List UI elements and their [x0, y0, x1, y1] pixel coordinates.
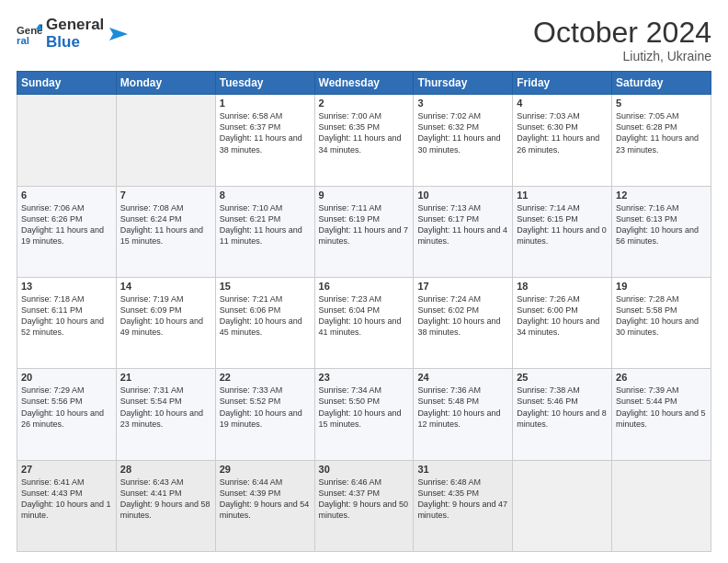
weekday-header-thursday: Thursday	[414, 72, 513, 95]
calendar-cell: 23Sunrise: 7:34 AMSunset: 5:50 PMDayligh…	[314, 369, 414, 460]
day-number: 9	[319, 190, 410, 201]
calendar-cell: 25Sunrise: 7:38 AMSunset: 5:46 PMDayligh…	[513, 369, 612, 460]
day-number: 26	[616, 372, 707, 383]
day-number: 27	[21, 464, 112, 475]
calendar-cell: 28Sunrise: 6:43 AMSunset: 4:41 PMDayligh…	[116, 460, 215, 551]
calendar-cell: 22Sunrise: 7:33 AMSunset: 5:52 PMDayligh…	[215, 369, 314, 460]
logo-icon: Gene ral	[17, 21, 42, 47]
week-row-3: 13Sunrise: 7:18 AMSunset: 6:11 PMDayligh…	[17, 277, 711, 368]
header: Gene ral General Blue October 2024 Liuti…	[17, 17, 711, 63]
calendar-cell: 1Sunrise: 6:58 AMSunset: 6:37 PMDaylight…	[215, 95, 314, 186]
page: Gene ral General Blue October 2024 Liuti…	[0, 0, 728, 563]
day-number: 25	[517, 372, 608, 383]
logo-line2: Blue	[46, 34, 104, 52]
cell-info: Sunrise: 7:39 AMSunset: 5:44 PMDaylight:…	[616, 385, 707, 430]
calendar-cell: 15Sunrise: 7:21 AMSunset: 6:06 PMDayligh…	[215, 277, 314, 368]
calendar-cell: 9Sunrise: 7:11 AMSunset: 6:19 PMDaylight…	[314, 186, 414, 277]
calendar-cell: 30Sunrise: 6:46 AMSunset: 4:37 PMDayligh…	[314, 460, 414, 551]
calendar-cell: 24Sunrise: 7:36 AMSunset: 5:48 PMDayligh…	[414, 369, 513, 460]
cell-info: Sunrise: 7:06 AMSunset: 6:26 PMDaylight:…	[21, 202, 112, 247]
calendar-cell: 5Sunrise: 7:05 AMSunset: 6:28 PMDaylight…	[612, 95, 711, 186]
cell-info: Sunrise: 7:11 AMSunset: 6:19 PMDaylight:…	[319, 202, 410, 247]
calendar-cell: 10Sunrise: 7:13 AMSunset: 6:17 PMDayligh…	[414, 186, 513, 277]
cell-info: Sunrise: 6:43 AMSunset: 4:41 PMDaylight:…	[120, 477, 211, 522]
weekday-header-tuesday: Tuesday	[215, 72, 314, 95]
day-number: 16	[319, 281, 410, 292]
cell-info: Sunrise: 7:13 AMSunset: 6:17 PMDaylight:…	[417, 202, 508, 247]
cell-info: Sunrise: 7:31 AMSunset: 5:54 PMDaylight:…	[120, 385, 211, 430]
cell-info: Sunrise: 7:00 AMSunset: 6:35 PMDaylight:…	[319, 110, 410, 155]
cell-info: Sunrise: 7:26 AMSunset: 6:00 PMDaylight:…	[517, 293, 608, 339]
cell-info: Sunrise: 7:38 AMSunset: 5:46 PMDaylight:…	[517, 385, 608, 430]
calendar-cell: 2Sunrise: 7:00 AMSunset: 6:35 PMDaylight…	[314, 95, 414, 186]
day-number: 15	[220, 281, 311, 292]
svg-marker-4	[109, 28, 128, 40]
day-number: 2	[319, 98, 410, 109]
calendar-cell: 27Sunrise: 6:41 AMSunset: 4:43 PMDayligh…	[17, 460, 117, 551]
week-row-4: 20Sunrise: 7:29 AMSunset: 5:56 PMDayligh…	[17, 369, 711, 460]
cell-info: Sunrise: 7:21 AMSunset: 6:06 PMDaylight:…	[220, 293, 311, 339]
day-number: 10	[417, 190, 508, 201]
calendar-cell: 4Sunrise: 7:03 AMSunset: 6:30 PMDaylight…	[513, 95, 612, 186]
day-number: 29	[220, 464, 311, 475]
day-number: 19	[616, 281, 707, 292]
cell-info: Sunrise: 7:14 AMSunset: 6:15 PMDaylight:…	[517, 202, 608, 247]
day-number: 14	[120, 281, 211, 292]
weekday-header-saturday: Saturday	[612, 72, 711, 95]
day-number: 6	[21, 190, 112, 201]
calendar-table: SundayMondayTuesdayWednesdayThursdayFrid…	[17, 71, 711, 552]
day-number: 22	[220, 372, 311, 383]
cell-info: Sunrise: 7:33 AMSunset: 5:52 PMDaylight:…	[220, 385, 311, 430]
month-title: October 2024	[533, 17, 711, 49]
calendar-cell: 12Sunrise: 7:16 AMSunset: 6:13 PMDayligh…	[612, 186, 711, 277]
cell-info: Sunrise: 7:36 AMSunset: 5:48 PMDaylight:…	[417, 385, 508, 430]
calendar-cell	[116, 95, 215, 186]
cell-info: Sunrise: 7:03 AMSunset: 6:30 PMDaylight:…	[517, 110, 608, 155]
day-number: 21	[120, 372, 211, 383]
day-number: 28	[120, 464, 211, 475]
logo-arrow-icon	[108, 24, 128, 44]
day-number: 4	[517, 98, 608, 109]
day-number: 23	[319, 372, 410, 383]
day-number: 24	[417, 372, 508, 383]
cell-info: Sunrise: 6:44 AMSunset: 4:39 PMDaylight:…	[220, 477, 311, 522]
day-number: 5	[616, 98, 707, 109]
day-number: 3	[417, 98, 508, 109]
weekday-header-wednesday: Wednesday	[314, 72, 414, 95]
cell-info: Sunrise: 6:41 AMSunset: 4:43 PMDaylight:…	[21, 477, 112, 522]
week-row-1: 1Sunrise: 6:58 AMSunset: 6:37 PMDaylight…	[17, 95, 711, 186]
day-number: 11	[517, 190, 608, 201]
cell-info: Sunrise: 6:48 AMSunset: 4:35 PMDaylight:…	[417, 477, 508, 522]
day-number: 30	[319, 464, 410, 475]
day-number: 13	[21, 281, 112, 292]
calendar-cell: 26Sunrise: 7:39 AMSunset: 5:44 PMDayligh…	[612, 369, 711, 460]
weekday-header-monday: Monday	[116, 72, 215, 95]
cell-info: Sunrise: 7:24 AMSunset: 6:02 PMDaylight:…	[417, 293, 508, 339]
cell-info: Sunrise: 6:58 AMSunset: 6:37 PMDaylight:…	[220, 110, 311, 155]
weekday-header-sunday: Sunday	[17, 72, 117, 95]
logo-text-block: General Blue	[46, 17, 104, 51]
day-number: 17	[417, 281, 508, 292]
week-row-5: 27Sunrise: 6:41 AMSunset: 4:43 PMDayligh…	[17, 460, 711, 551]
calendar-cell: 7Sunrise: 7:08 AMSunset: 6:24 PMDaylight…	[116, 186, 215, 277]
logo: Gene ral General Blue	[17, 17, 128, 51]
calendar-cell: 8Sunrise: 7:10 AMSunset: 6:21 PMDaylight…	[215, 186, 314, 277]
calendar-cell: 14Sunrise: 7:19 AMSunset: 6:09 PMDayligh…	[116, 277, 215, 368]
location: Liutizh, Ukraine	[533, 49, 711, 63]
cell-info: Sunrise: 7:18 AMSunset: 6:11 PMDaylight:…	[21, 293, 112, 339]
logo-line1: General	[46, 17, 104, 34]
calendar-cell: 16Sunrise: 7:23 AMSunset: 6:04 PMDayligh…	[314, 277, 414, 368]
calendar-cell: 3Sunrise: 7:02 AMSunset: 6:32 PMDaylight…	[414, 95, 513, 186]
day-number: 12	[616, 190, 707, 201]
calendar-cell: 6Sunrise: 7:06 AMSunset: 6:26 PMDaylight…	[17, 186, 117, 277]
week-row-2: 6Sunrise: 7:06 AMSunset: 6:26 PMDaylight…	[17, 186, 711, 277]
cell-info: Sunrise: 7:16 AMSunset: 6:13 PMDaylight:…	[616, 202, 707, 247]
day-number: 1	[220, 98, 311, 109]
cell-info: Sunrise: 7:34 AMSunset: 5:50 PMDaylight:…	[319, 385, 410, 430]
cell-info: Sunrise: 6:46 AMSunset: 4:37 PMDaylight:…	[319, 477, 410, 522]
svg-text:ral: ral	[17, 34, 29, 45]
calendar-cell	[513, 460, 612, 551]
cell-info: Sunrise: 7:02 AMSunset: 6:32 PMDaylight:…	[417, 110, 508, 155]
cell-info: Sunrise: 7:05 AMSunset: 6:28 PMDaylight:…	[616, 110, 707, 155]
day-number: 20	[21, 372, 112, 383]
